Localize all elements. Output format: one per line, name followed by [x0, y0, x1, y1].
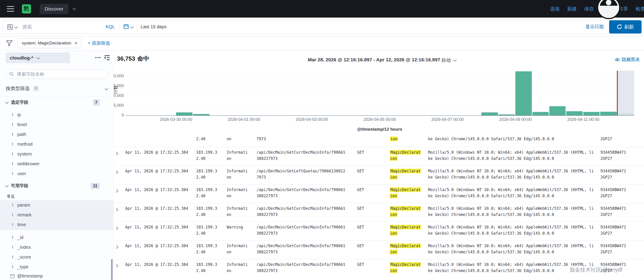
interval-select[interactable]: 自动 [441, 57, 456, 64]
histogram-bar[interactable] [532, 112, 549, 115]
cell-system: MagicDeclarat ion [390, 206, 428, 222]
histogram-bar[interactable] [600, 112, 616, 115]
menu-item-options[interactable]: 选项 [550, 6, 560, 12]
expand-row-icon[interactable] [115, 152, 118, 156]
field-item-_score[interactable]: t_score [0, 252, 113, 262]
cell-level: Informati on [227, 243, 256, 259]
cell-ip: 183.199.3 2.40 [196, 206, 227, 222]
menu-item-save[interactable]: 保存 [584, 6, 594, 12]
hide-chart-button[interactable]: 隐藏图表 [615, 56, 640, 63]
interval-value: 自动 [441, 57, 451, 64]
cell-level: Informati on [227, 262, 256, 278]
histogram-bar[interactable] [482, 112, 498, 115]
saved-query-chevron-icon[interactable] [14, 25, 18, 29]
field-item-ip[interactable]: tip [0, 110, 113, 120]
field-item-user[interactable]: tuser [0, 169, 113, 178]
expand-row-icon[interactable] [115, 227, 118, 230]
histogram-bar[interactable] [193, 114, 209, 115]
histogram-plot[interactable] [125, 71, 634, 116]
datepicker-quick-menu[interactable] [120, 23, 137, 30]
cell-ip: 2.40 [196, 136, 227, 147]
refresh-button[interactable]: 刷新 [609, 20, 642, 34]
cell-method: GET [357, 243, 390, 259]
gridline [125, 105, 634, 106]
cell-method: GET [357, 168, 390, 184]
x-tick-label: 2026-04-05 00:00 [364, 117, 396, 122]
search-input[interactable]: 搜索 KQL Last 15 days 显示日期 [3, 20, 642, 34]
field-item-remark[interactable]: tremark [0, 210, 113, 220]
selected-fields-header[interactable]: 选定字段 7 [6, 98, 100, 106]
remove-filter-icon[interactable]: × [74, 40, 78, 46]
field-search-input[interactable]: 搜索字段名称 [6, 69, 108, 79]
histogram-bar[interactable] [583, 112, 600, 115]
sidebar-scrollbar[interactable] [111, 259, 113, 280]
cell-ip: 183.199.3 2.40 [196, 243, 227, 259]
histogram-bar[interactable] [549, 106, 566, 115]
table-row: Apr 11, 2026 @ 17:32:25.304183.199.3 2.4… [115, 166, 644, 184]
field-item-label: _type [17, 264, 28, 270]
time-range-value[interactable]: Last 15 days [141, 24, 166, 30]
chart-date-range: Mar 28, 2026 @ 12:16:16.897 - Apr 12, 20… [308, 57, 440, 62]
cell-level: Informati on [227, 149, 256, 166]
collapse-sidebar-icon[interactable] [104, 54, 110, 62]
cell-path: /api/DecMain/GetLeftQuotas/79066130822 7… [256, 168, 357, 184]
breadcrumb-discover[interactable]: Discover [40, 4, 68, 14]
histogram-bar[interactable] [566, 111, 582, 115]
filter-by-type-count: 0 [33, 86, 39, 92]
field-item-method[interactable]: tmethod [0, 139, 113, 149]
field-item-_id[interactable]: t_id [0, 232, 113, 242]
menu-item-inspect[interactable]: 检查 [636, 6, 644, 12]
x-axis-title: @timestamp/12 hours [125, 127, 634, 132]
expand-row-icon[interactable] [115, 245, 118, 249]
available-fields-count: 11 [91, 183, 100, 189]
field-item-system[interactable]: tsystem [0, 149, 113, 159]
field-type-icon: t [10, 255, 15, 260]
menu-item-new[interactable]: 新建 [567, 6, 577, 12]
x-tick-label: 2026-04-09 00:00 [499, 117, 532, 122]
cell-user: 934458BW471 2GP27 [600, 187, 644, 203]
cell-user: 2GP27 [600, 136, 644, 147]
field-item-_index[interactable]: t_index [0, 242, 113, 252]
field-item-time[interactable]: ttime [0, 220, 113, 230]
popular-fields-label: 常见 [7, 194, 14, 199]
field-item-timestamp[interactable]: @timestamp [0, 271, 113, 280]
histogram-bar[interactable] [516, 71, 532, 115]
expand-row-icon[interactable] [115, 189, 118, 193]
field-item-level[interactable]: tlevel [0, 120, 113, 130]
breadcrumb-chevron-icon[interactable] [72, 6, 76, 10]
expand-row-icon[interactable] [115, 170, 118, 174]
expand-row-icon[interactable] [115, 208, 118, 212]
field-item-label: path [17, 132, 26, 137]
histogram-bar[interactable] [176, 112, 192, 115]
filter-funnel-icon[interactable] [6, 40, 13, 46]
filter-by-type-chevron-icon [105, 87, 108, 90]
cell-system: ion [390, 136, 428, 147]
filter-bar: system: MagicDeclaration × + 添加筛选 [0, 36, 644, 50]
sidebar-options-icon[interactable] [95, 57, 100, 58]
meta-fields-list: t_idt_indext_scoret_type [0, 232, 113, 272]
cell-webbrower: Mozilla/5.0 (Windows NT 10.0; Win64; x64… [428, 243, 600, 259]
highlighted-value: MagicDeclarat ion [390, 188, 421, 198]
watermark: 掘金技术社区 @tonydf [570, 266, 622, 274]
cell-level: on [227, 136, 256, 147]
field-item-label: _index [17, 245, 31, 250]
field-item-param[interactable]: tparam [0, 200, 113, 210]
filter-by-type[interactable]: 按类型筛选 0 [6, 84, 108, 93]
field-type-icon: t [10, 122, 15, 127]
filter-pill-system[interactable]: system: MagicDeclaration × [18, 38, 82, 48]
field-item-path[interactable]: tpath [0, 130, 113, 139]
show-dates-button[interactable]: 显示日期 [586, 24, 604, 30]
field-type-icon: t [10, 132, 15, 137]
available-fields-header[interactable]: 可用字段 11 [6, 182, 100, 190]
space-avatar[interactable]: 黙 [22, 4, 31, 14]
field-item-webbrower[interactable]: twebbrower [0, 159, 113, 169]
index-pattern-switcher[interactable]: cloudlog-* [6, 52, 70, 63]
saved-query-icon[interactable] [3, 24, 21, 30]
field-type-icon: t [10, 203, 15, 208]
histogram-bar[interactable] [498, 114, 515, 115]
expand-row-icon[interactable] [115, 264, 118, 268]
field-item-_type[interactable]: t_type [0, 262, 113, 272]
menu-icon[interactable] [7, 6, 14, 12]
kql-toggle[interactable]: KQL [101, 24, 120, 30]
add-filter-button[interactable]: + 添加筛选 [88, 40, 110, 46]
